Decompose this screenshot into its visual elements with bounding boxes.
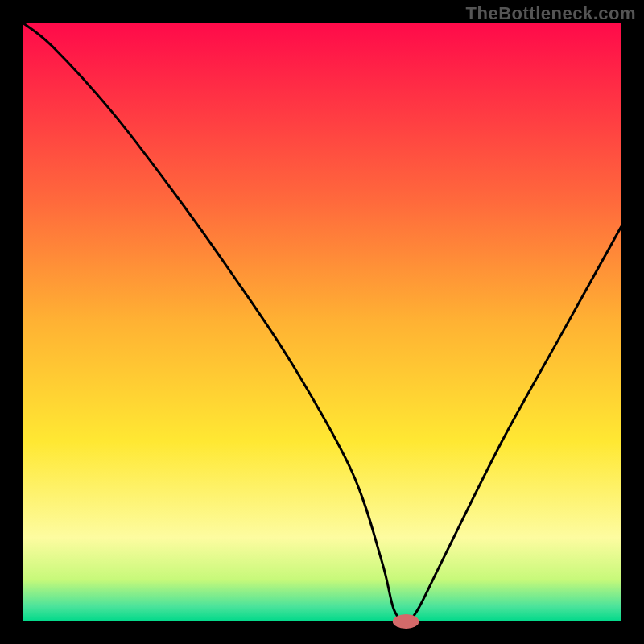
- optimal-marker: [393, 614, 419, 629]
- watermark-label: TheBottleneck.com: [466, 3, 636, 24]
- bottleneck-plot: [0, 0, 644, 644]
- chart-frame: TheBottleneck.com: [0, 0, 644, 644]
